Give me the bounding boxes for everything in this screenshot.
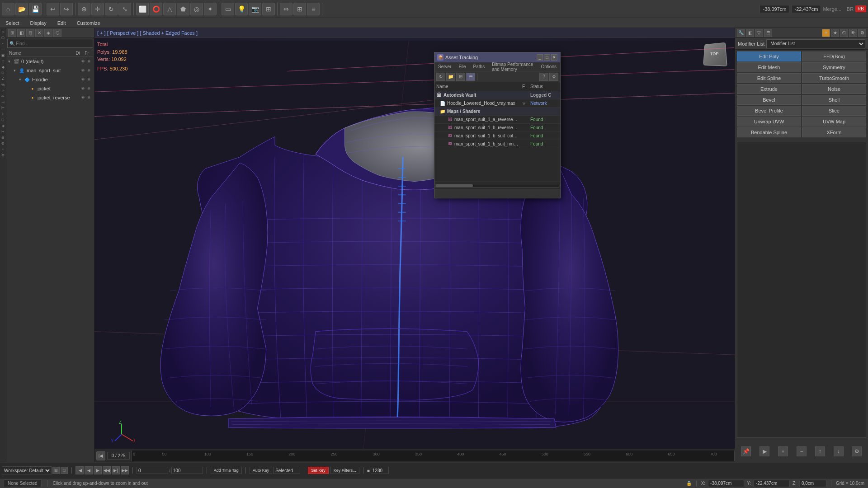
panel-icon-4[interactable]: ☰	[764, 29, 772, 37]
panel-motion-icon[interactable]: ⏱	[840, 29, 848, 37]
tree-action-freeze[interactable]: ❄	[86, 58, 92, 65]
at-row-color1[interactable]: 🖼 man_sport_suit_1_b_reverse_color.png F…	[434, 124, 560, 132]
tree-action-vis5[interactable]: 👁	[80, 94, 86, 101]
at-menu-bitmap[interactable]: Bitmap Performance and Memory	[490, 61, 535, 73]
v-poly-icon[interactable]: ⬡	[0, 35, 6, 40]
scene-icon-5[interactable]: ◈	[44, 29, 52, 37]
menu-customize[interactable]: Customize	[75, 19, 102, 27]
mod-btn-extrude[interactable]: Extrude	[737, 84, 801, 94]
play-back-btn[interactable]: ◀◀	[103, 466, 111, 474]
scroll-track[interactable]	[435, 184, 559, 188]
configure-icon[interactable]: ⚙	[852, 446, 862, 456]
at-row-suit-color[interactable]: 🖼 man_sport_suit_1_b_suit_color.png Foun…	[434, 132, 560, 140]
sphere-icon[interactable]: ⭕	[150, 3, 162, 15]
menu-display[interactable]: Display	[28, 19, 48, 27]
at-row-nmap1[interactable]: 🖼 man_sport_suit_1_a_reverse_nmap.png Fo…	[434, 116, 560, 124]
plane-icon[interactable]: ▭	[222, 3, 234, 15]
active-shade-icon[interactable]: ▶	[760, 446, 769, 456]
autokey-btn[interactable]: Auto Key	[250, 467, 273, 474]
light-icon[interactable]: 💡	[235, 3, 248, 15]
next-frame-btn[interactable]: ▶|	[112, 466, 120, 474]
box-icon[interactable]: ⬜	[136, 3, 149, 15]
tree-item-scene-root[interactable]: ▾ 🎬 0 (default) 👁 ❄	[7, 57, 93, 66]
camera-icon[interactable]: 📷	[249, 3, 261, 15]
geo-icon[interactable]: ✦	[204, 3, 217, 15]
menu-edit[interactable]: Edit	[56, 19, 68, 27]
v-percent-icon[interactable]: %	[0, 82, 6, 87]
mod-btn-bevel[interactable]: Bevel	[737, 95, 801, 105]
at-settings-btn[interactable]: ⚙	[549, 73, 558, 81]
v-detach-icon[interactable]: ⊦	[0, 111, 6, 117]
play-end-btn[interactable]: ▶▶	[121, 466, 129, 474]
undo-icon[interactable]: ↩	[47, 3, 59, 15]
v-loop-icon[interactable]: ∞	[0, 88, 6, 93]
v-attach-icon[interactable]: ⊢	[0, 105, 6, 111]
mod-btn-ffd[interactable]: FFD(Box)	[802, 52, 866, 61]
v-snap-icon[interactable]: ⊞	[0, 70, 6, 75]
v-extrude-icon[interactable]: ⊡	[0, 117, 6, 122]
key-filters-btn[interactable]: Key Filters...	[330, 467, 359, 474]
workspace-icon-1[interactable]: ⊞	[52, 467, 60, 474]
mod-btn-noise[interactable]: Noise	[802, 84, 866, 94]
array-icon[interactable]: ⊞	[293, 3, 306, 15]
prev-frame-btn[interactable]: ◀	[85, 466, 93, 474]
asset-table-body[interactable]: 🏛 Autodesk Vault Logged C 📄 Hoodie_Lower…	[434, 91, 560, 182]
tree-action-freeze4[interactable]: ❄	[86, 85, 92, 92]
torus-icon[interactable]: ◎	[190, 3, 203, 15]
add-modifier-icon[interactable]: +	[778, 446, 788, 456]
v-relax-icon[interactable]: ≈	[0, 146, 6, 152]
at-help-btn[interactable]: ?	[539, 73, 548, 81]
at-list-btn[interactable]: ☰	[466, 73, 475, 81]
v-weld-icon[interactable]: ⊕	[0, 135, 6, 140]
move-down-icon[interactable]: ↓	[834, 446, 844, 456]
mod-btn-edit-spline[interactable]: Edit Spline	[737, 73, 801, 83]
at-row-autodesk-vault[interactable]: 🏛 Autodesk Vault Logged C	[434, 91, 560, 99]
scene-icon-2[interactable]: ◧	[17, 29, 25, 37]
tree-action-vis4[interactable]: 👁	[80, 85, 86, 92]
viewport[interactable]: [ + ] [ Perspective ] [ Shaded + Edged F…	[94, 28, 735, 462]
play-start-btn[interactable]: |◀	[75, 466, 84, 474]
at-menu-server[interactable]: Server	[436, 63, 453, 70]
mod-btn-slice[interactable]: Slice	[802, 106, 866, 116]
panel-star-icon[interactable]: ★	[831, 29, 839, 37]
mod-btn-xform[interactable]: XForm	[802, 127, 866, 137]
panel-icon-2[interactable]: ◧	[746, 29, 754, 37]
move-up-icon[interactable]: ↑	[815, 446, 825, 456]
tree-item-jacket-reverse[interactable]: ▾ ● jacket_reverse 👁 ❄	[7, 93, 93, 102]
cone-icon[interactable]: △	[163, 3, 176, 15]
select-icon[interactable]: ⊕	[78, 3, 90, 15]
mod-btn-edit-mesh[interactable]: Edit Mesh	[737, 62, 801, 72]
tree-action-freeze3[interactable]: ❄	[86, 76, 92, 83]
panel-icon-3[interactable]: ▽	[755, 29, 763, 37]
at-row-hoodie-file[interactable]: 📄 Hoodie_Lowered_Hood_vray.max V Network	[434, 99, 560, 108]
remove-modifier-icon[interactable]: −	[797, 446, 807, 456]
minimize-btn[interactable]: _	[537, 54, 543, 61]
asset-scrollbar[interactable]	[434, 182, 560, 189]
panel-utility-icon[interactable]: ⚙	[858, 29, 866, 37]
tree-action-vis2[interactable]: 👁	[80, 67, 86, 74]
mod-btn-turbosmooth[interactable]: TurboSmooth	[802, 73, 866, 83]
align-icon[interactable]: ≡	[307, 3, 320, 15]
tree-action-vis[interactable]: 👁	[80, 58, 86, 65]
mod-btn-bevel-profile[interactable]: Bevel Profile	[737, 106, 801, 116]
v-angle-icon[interactable]: ∠	[0, 76, 6, 81]
set-key-btn[interactable]: Set Key	[308, 467, 329, 474]
scale-icon[interactable]: ⤡	[118, 3, 131, 15]
v-select-icon[interactable]: ▷	[0, 29, 6, 34]
panel-disp-icon[interactable]: 👁	[849, 29, 857, 37]
move-icon[interactable]: ✛	[91, 3, 104, 15]
play-btn[interactable]: ▶	[94, 466, 102, 474]
close-btn[interactable]: ✕	[551, 54, 557, 61]
mod-btn-uvw-map[interactable]: UVW Map	[802, 117, 866, 127]
at-menu-options[interactable]: Options	[539, 63, 558, 70]
at-menu-paths[interactable]: Paths	[472, 63, 487, 70]
frame-end-input[interactable]	[371, 467, 389, 474]
v-vertex-icon[interactable]: •	[0, 41, 6, 46]
v-bridge-icon[interactable]: ⊗	[0, 141, 6, 146]
tree-item-jacket[interactable]: ▾ ● jacket 👁 ❄	[7, 84, 93, 93]
frame-input[interactable]	[137, 467, 168, 474]
at-row-maps-shaders[interactable]: 📁 Maps / Shaders	[434, 108, 560, 116]
workspace-dropdown[interactable]: Workspace: Default	[2, 466, 52, 474]
at-grid-btn[interactable]: ⊞	[456, 73, 465, 81]
at-folder-btn[interactable]: 📁	[446, 73, 455, 81]
